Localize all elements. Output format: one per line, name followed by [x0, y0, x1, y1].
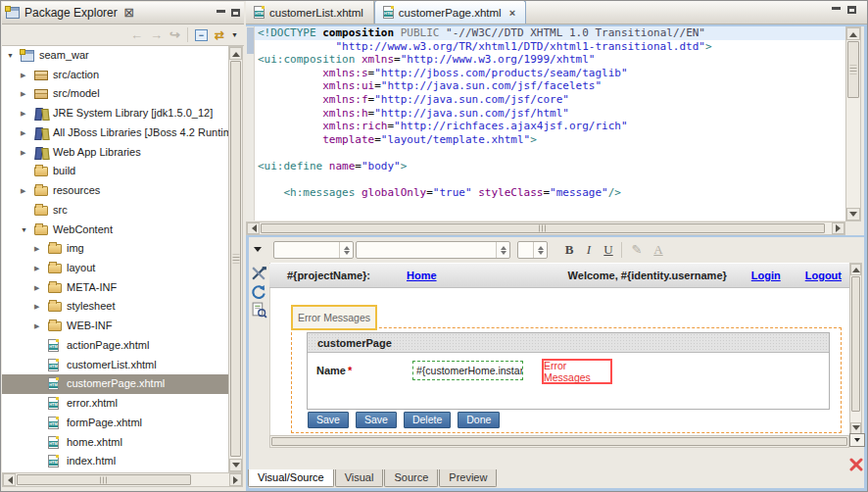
scroll-thumb[interactable]: [271, 437, 847, 446]
source-vscrollbar[interactable]: [845, 26, 861, 221]
save-button[interactable]: Save: [308, 412, 349, 428]
editor-maximize-icon[interactable]: [847, 6, 856, 14]
tree-vscrollbar[interactable]: [228, 46, 243, 472]
toolbar-menu-icon[interactable]: [254, 247, 262, 256]
tree-item-web-inf[interactable]: ▶WEB-INF: [2, 317, 228, 336]
tree-item-webcontent[interactable]: ▼WebContent: [2, 221, 228, 240]
scroll-up-icon[interactable]: [850, 264, 861, 275]
italic-button[interactable]: I: [580, 240, 598, 259]
refresh-icon[interactable]: [251, 284, 267, 301]
tools-icon[interactable]: [251, 266, 267, 282]
tree-item-resources[interactable]: ▶resources: [2, 181, 228, 201]
scroll-thumb[interactable]: [847, 41, 859, 98]
page-tab-source[interactable]: Source: [384, 469, 438, 487]
save-button[interactable]: Save: [356, 412, 397, 428]
tree-item-seam-war[interactable]: ▼seam_war: [2, 46, 228, 66]
tree-item-error-xhtml[interactable]: HTMerror.xhtml: [2, 394, 228, 414]
scroll-left-icon[interactable]: [247, 222, 260, 234]
view-title[interactable]: Package Explorer: [24, 6, 118, 20]
font-family-combo[interactable]: [356, 241, 510, 259]
canvas-hscrollbar[interactable]: [269, 435, 849, 448]
tree-item-src-action[interactable]: ▶src/action: [2, 66, 228, 85]
tab-close-icon[interactable]: ×: [509, 7, 515, 19]
scroll-thumb[interactable]: [230, 61, 241, 457]
tree-item-img[interactable]: ▶img: [2, 239, 228, 259]
scroll-down-icon[interactable]: [229, 459, 242, 471]
scroll-right-icon[interactable]: [229, 473, 242, 486]
scroll-thumb[interactable]: [17, 474, 191, 485]
scroll-right-icon[interactable]: [832, 222, 844, 234]
name-input[interactable]: #{customerHome.instance: [412, 361, 523, 380]
home-link[interactable]: Home: [407, 270, 437, 281]
page-tab-visual-source[interactable]: Visual/Source: [248, 469, 334, 487]
tree-item-build[interactable]: build: [2, 162, 228, 181]
back-arrow-icon[interactable]: ←: [130, 28, 143, 41]
delete-button[interactable]: Delete: [404, 412, 451, 428]
logout-link[interactable]: Logout: [805, 270, 842, 281]
scroll-up-icon[interactable]: [846, 27, 860, 40]
source-hscrollbar[interactable]: [246, 221, 845, 235]
collapsed-arrow-icon[interactable]: ▶: [21, 90, 25, 97]
view-menu-icon[interactable]: ▼: [231, 31, 238, 38]
tree-item-actionpage-xhtml[interactable]: HTMactionPage.xhtml: [2, 336, 228, 356]
collapsed-arrow-icon[interactable]: ▶: [34, 322, 39, 329]
expanded-arrow-icon[interactable]: ▼: [7, 52, 14, 59]
done-button[interactable]: Done: [458, 412, 500, 428]
scroll-thumb[interactable]: [261, 223, 825, 233]
go-into-icon[interactable]: ↪: [169, 28, 180, 41]
collapsed-arrow-icon[interactable]: ▶: [21, 129, 25, 136]
preview-page-icon[interactable]: [251, 302, 267, 319]
collapsed-arrow-icon[interactable]: ▶: [21, 72, 25, 78]
collapsed-arrow-icon[interactable]: ▶: [34, 265, 39, 271]
tree-item-home-xhtml[interactable]: HTMhome.xhtml: [2, 433, 228, 453]
error-messages-tab[interactable]: Error Messages: [291, 305, 377, 330]
active-editor-border: [246, 488, 868, 492]
page-tab-visual[interactable]: Visual: [335, 469, 384, 487]
canvas-menu-icon[interactable]: [849, 433, 865, 447]
font-size-combo[interactable]: [517, 241, 548, 259]
expanded-arrow-icon[interactable]: ▼: [21, 226, 27, 233]
collapsed-arrow-icon[interactable]: ▶: [21, 187, 25, 194]
tree-item-web-app-libraries[interactable]: ▶Web App Libraries: [2, 143, 228, 163]
link-with-editor-icon[interactable]: ⇄: [215, 29, 224, 41]
collapsed-arrow-icon[interactable]: ▶: [34, 284, 39, 291]
tree-item-index-html[interactable]: HTMindex.html: [2, 452, 228, 471]
tree-item-src[interactable]: src: [2, 201, 228, 221]
font-color-icon[interactable]: A: [650, 240, 667, 259]
forward-arrow-icon[interactable]: →: [150, 28, 163, 41]
tree-item-layout[interactable]: ▶layout: [2, 259, 228, 278]
tree-item-formpage-xhtml[interactable]: HTMformPage.xhtml: [2, 414, 228, 433]
scroll-thumb[interactable]: [851, 276, 860, 412]
bold-button[interactable]: B: [560, 240, 578, 259]
maximize-icon[interactable]: [231, 9, 240, 17]
canvas-vscrollbar[interactable]: [849, 263, 862, 435]
tree-item-customerpage-xhtml[interactable]: HTMcustomerPage.xhtml: [2, 374, 228, 394]
tree-item-src-model[interactable]: ▶src/model: [2, 84, 228, 104]
tree-item-stylesheet[interactable]: ▶stylesheet: [2, 297, 228, 317]
collapsed-arrow-icon[interactable]: ▶: [34, 303, 39, 310]
scroll-down-icon[interactable]: [846, 208, 860, 221]
underline-button[interactable]: U: [600, 240, 617, 259]
login-link[interactable]: Login: [751, 270, 781, 281]
editor-tab-customerlist.xhtml[interactable]: HTMcustomerList.xhtml: [246, 1, 374, 24]
style-class-combo[interactable]: [273, 241, 354, 259]
collapsed-arrow-icon[interactable]: ▶: [21, 149, 25, 156]
tree-item-customerlist-xhtml[interactable]: HTMcustomerList.xhtml: [2, 356, 228, 375]
minimize-icon[interactable]: [217, 10, 225, 13]
tree-item-all-jboss-libraries-jboss-4-2-runtime-[interactable]: ▶All JBoss Libraries [JBoss 4.2 Runtime]: [2, 123, 228, 143]
scroll-up-icon[interactable]: [229, 47, 242, 60]
tree-item-jre-system-library-jdk1-5-0-12-[interactable]: ▶JRE System Library [jdk1.5.0_12]: [2, 104, 228, 123]
scroll-left-icon[interactable]: [3, 473, 16, 486]
collapse-all-icon[interactable]: −: [195, 29, 208, 41]
source-code-area[interactable]: <!DOCTYPE composition PUBLIC "-//W3C//DT…: [255, 26, 845, 221]
editor-tab-customerpage.xhtml[interactable]: HTMcustomerPage.xhtml×: [374, 0, 526, 24]
tree-item-meta-inf[interactable]: ▶META-INF: [2, 278, 228, 298]
collapsed-arrow-icon[interactable]: ▶: [34, 245, 39, 252]
package-explorer-icon: [6, 7, 20, 19]
highlight-color-icon[interactable]: ✎: [628, 240, 646, 259]
tree-hscrollbar[interactable]: [2, 472, 243, 487]
view-close-icon[interactable]: ☒: [124, 7, 134, 20]
page-tab-preview[interactable]: Preview: [439, 469, 497, 487]
collapsed-arrow-icon[interactable]: ▶: [21, 110, 25, 117]
editor-minimize-icon[interactable]: [832, 7, 841, 10]
